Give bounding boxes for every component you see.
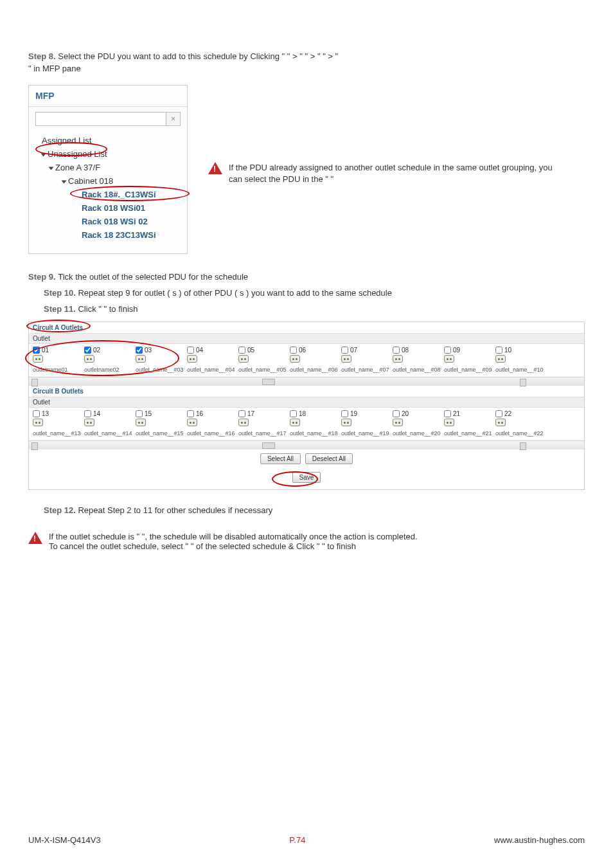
outlet-checkbox[interactable]	[187, 347, 194, 354]
step9-prefix: Step 9.	[28, 272, 58, 282]
footer-left: UM-X-ISM-Q414V3	[28, 835, 101, 845]
outlet-icon	[84, 419, 94, 426]
outlet-checkbox[interactable]	[238, 410, 245, 417]
step11-line: Step 11. Click " " to finish	[44, 304, 585, 314]
step8-line1: Step 8. Select the PDU you want to add t…	[28, 51, 585, 61]
outlet-cell: 20	[393, 410, 444, 428]
outlet-number: 15	[145, 410, 152, 417]
outlet-checkbox[interactable]	[444, 347, 451, 354]
outlet-number: 20	[402, 410, 409, 417]
warning-icon	[208, 162, 222, 174]
outlet-checkbox[interactable]	[341, 347, 348, 354]
outlet-checkbox[interactable]	[136, 410, 143, 417]
step8-prefix: Step 8.	[28, 51, 58, 61]
outlet-name: outlet_name__#03	[136, 366, 187, 373]
outlet-cell: 13	[33, 410, 84, 428]
outlet-number: 03	[145, 347, 152, 354]
outlet-icon	[290, 355, 300, 363]
step12-text: Repeat Step 2 to 11 for other schedules …	[78, 505, 272, 515]
outlet-name: outlet_name__#08	[393, 366, 444, 373]
outlet-checkbox[interactable]	[84, 410, 91, 417]
outlet-checkbox[interactable]	[238, 347, 245, 354]
outlet-cell: 15	[136, 410, 187, 428]
tree-rack-1[interactable]: Rack 18#._C13WSi	[30, 188, 186, 201]
outlet-name: outlet_name__#07	[341, 366, 393, 373]
select-all-button[interactable]: Select All	[260, 453, 301, 464]
tree-assigned-list[interactable]: Assigned List	[30, 134, 186, 147]
outlet-cell: 16	[187, 410, 238, 428]
outlet-icon	[393, 419, 403, 426]
outlet-cell: 22	[495, 410, 547, 428]
save-button[interactable]: Save	[292, 472, 321, 483]
outlet-cell: 02	[84, 347, 136, 364]
outlet-icon	[238, 419, 249, 426]
outlet-number: 10	[504, 347, 511, 354]
outlet-cell: 19	[341, 410, 393, 428]
outlet-icon	[33, 419, 43, 426]
outlet-checkbox[interactable]	[136, 347, 143, 354]
outlet-number: 16	[196, 410, 203, 417]
outlet-name: outlet_name__#09	[444, 366, 495, 373]
tree-zone[interactable]: Zone A 37/F	[30, 161, 186, 174]
outlet-name: outletname02	[84, 366, 136, 373]
outlet-checkbox[interactable]	[290, 347, 297, 354]
outlet-icon	[393, 355, 403, 363]
outlet-checkbox[interactable]	[33, 410, 40, 417]
outlet-checkbox[interactable]	[393, 410, 400, 417]
outlet-cell: 07	[341, 347, 393, 364]
outlet-band-b: Outlet	[29, 397, 584, 408]
step8-text-e: " in MFP pane	[28, 64, 81, 73]
outlet-checkbox[interactable]	[495, 410, 502, 417]
tree-rack-2[interactable]: Rack 018 WSi01	[30, 201, 186, 215]
footer-center: P.74	[289, 835, 305, 845]
scrollbar-b[interactable]	[29, 440, 584, 449]
tree-rack-4[interactable]: Rack 18 23C13WSi	[30, 228, 186, 242]
final-line2-c: " to finish	[322, 541, 356, 551]
tree-unassigned-list[interactable]: Unassigned List	[30, 147, 186, 161]
outlet-checkbox[interactable]	[187, 410, 194, 417]
outlet-cell: 21	[444, 410, 495, 428]
step8-text-c: " > "	[305, 51, 323, 61]
side-note-text: If the PDU already assigned to another o…	[229, 162, 568, 185]
save-row: Save	[29, 468, 584, 489]
scrollbar-a[interactable]	[29, 377, 584, 386]
outlet-icon	[341, 355, 351, 363]
outlet-icon	[136, 355, 146, 363]
outlet-number: 13	[42, 410, 49, 417]
final-note: If the outlet schedule is " ", the sched…	[28, 532, 585, 551]
outlet-cell: 10	[495, 347, 547, 364]
outlet-checkbox[interactable]	[393, 347, 400, 354]
outlet-icon	[187, 419, 197, 426]
footer: UM-X-ISM-Q414V3 P.74 www.austin-hughes.c…	[28, 835, 585, 845]
outlet-icon	[290, 419, 300, 426]
outlet-checkbox[interactable]	[444, 410, 451, 417]
outlet-name: outlet_name__#15	[136, 430, 187, 437]
tree-cabinet[interactable]: Cabinet 018	[30, 174, 186, 188]
close-icon[interactable]: ×	[166, 112, 181, 126]
tree-rack-3[interactable]: Rack 018 WSi 02	[30, 215, 186, 228]
mfp-search-input[interactable]	[35, 112, 166, 126]
outlet-name: outlet_name__#14	[84, 430, 136, 437]
chevron-down-icon	[41, 153, 46, 156]
outlet-checkbox[interactable]	[290, 410, 297, 417]
outlet-checkbox[interactable]	[341, 410, 348, 417]
outlet-icon	[495, 419, 506, 426]
outlet-cell: 08	[393, 347, 444, 364]
outlet-number: 14	[93, 410, 100, 417]
outlet-cell: 09	[444, 347, 495, 364]
outlet-checkbox[interactable]	[495, 347, 502, 354]
outlet-number: 17	[247, 410, 254, 417]
step12-line: Step 12. Repeat Step 2 to 11 for other s…	[44, 505, 585, 515]
step10-line: Step 10. Repeat step 9 for outlet ( s ) …	[44, 288, 585, 298]
deselect-all-button[interactable]: Deselect All	[305, 453, 353, 464]
outlet-cell: 17	[238, 410, 290, 428]
step9-line: Step 9. Tick the outlet of the selected …	[28, 272, 585, 282]
outlet-checkbox[interactable]	[33, 347, 40, 354]
outlet-cell: 14	[84, 410, 136, 428]
outlet-number: 21	[453, 410, 460, 417]
outlet-icon	[84, 355, 94, 363]
outlet-checkbox[interactable]	[84, 347, 91, 354]
outlet-name: outlet_name__#19	[341, 430, 393, 437]
outlet-name: outlet_name__#06	[290, 366, 341, 373]
mfp-pane: MFP × Assigned List Unassigned List Zone…	[28, 85, 188, 254]
